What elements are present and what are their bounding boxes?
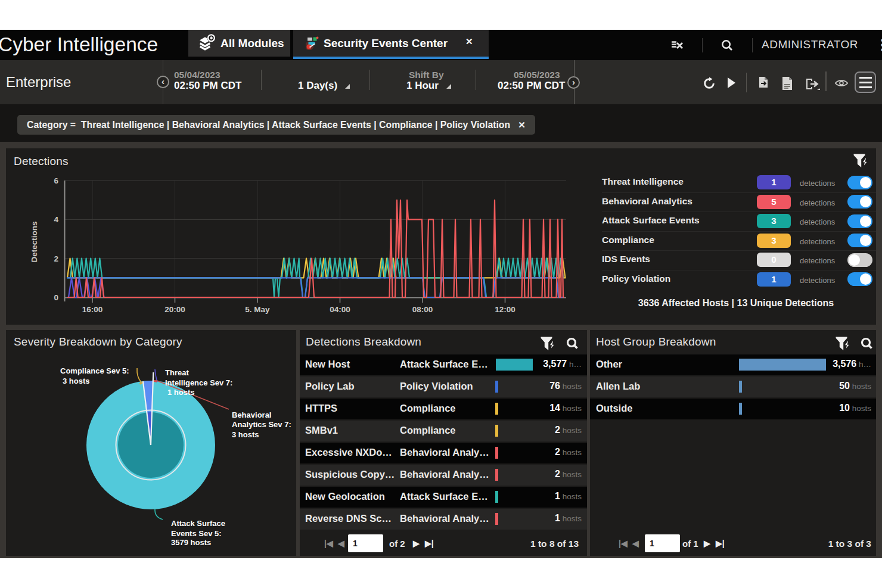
svg-text:Attack Surface: Attack Surface [171,519,225,528]
svg-text:Detections: Detections [30,221,39,262]
svg-text:08:00: 08:00 [412,305,433,314]
svg-text:3 hosts: 3 hosts [63,377,90,385]
svg-text:3579 hosts: 3579 hosts [171,538,211,547]
svg-text:2: 2 [54,254,58,263]
svg-text:Intelligence Sev 7:: Intelligence Sev 7: [165,378,232,387]
svg-text:Analytics Sev 7:: Analytics Sev 7: [232,420,291,429]
svg-text:3 hosts: 3 hosts [232,430,259,439]
svg-text:20:00: 20:00 [164,305,185,314]
svg-text:Behavioral: Behavioral [232,410,271,419]
svg-text:04:00: 04:00 [330,305,350,314]
svg-text:1 hosts: 1 hosts [167,388,195,397]
svg-text:Threat: Threat [165,368,189,377]
svg-text:12:00: 12:00 [495,305,515,314]
svg-text:4: 4 [54,215,58,224]
svg-text:Compliance Sev 5:: Compliance Sev 5: [60,366,129,375]
svg-text:6: 6 [54,176,58,185]
svg-text:0: 0 [54,293,58,302]
svg-text:5. May: 5. May [245,305,270,314]
svg-text:16:00: 16:00 [82,305,103,314]
svg-text:Events Sev 5:: Events Sev 5: [171,529,222,538]
